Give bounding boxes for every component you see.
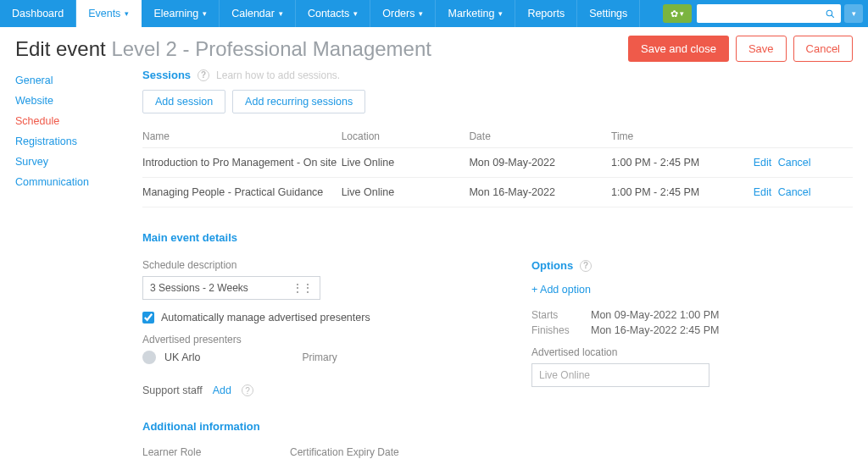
page-header: Edit event Level 2 - Professional Manage… — [0, 27, 868, 65]
nav-calendar[interactable]: Calendar▾ — [220, 0, 296, 27]
presenter-row: UK Arlo Primary — [142, 351, 464, 364]
session-time: 1:00 PM - 2:45 PM — [611, 148, 754, 178]
learner-role-label: Learner Role — [142, 446, 270, 458]
checkbox-label: Automatically manage advertised presente… — [161, 312, 370, 324]
cert-expiry-label: Certification Expiry Date — [290, 446, 417, 458]
advertised-location-label: Advertised location — [531, 346, 853, 358]
nav-settings[interactable]: Settings — [577, 0, 640, 27]
checkbox-input[interactable] — [142, 312, 154, 324]
nav-contacts[interactable]: Contacts▾ — [296, 0, 370, 27]
support-staff-label: Support staff — [142, 384, 203, 396]
table-row: Introduction to Pro Management - On site… — [142, 148, 853, 178]
nav-marketing[interactable]: Marketing▾ — [436, 0, 515, 27]
col-name: Name — [142, 125, 342, 148]
options-heading: Options ? — [531, 259, 853, 272]
session-name: Introduction to Pro Management - On site — [142, 148, 342, 178]
add-option-link[interactable]: + Add option — [531, 284, 591, 296]
sessions-heading: Sessions ? Learn how to add sessions. — [142, 69, 853, 81]
advertised-location-input[interactable]: Live Online — [531, 363, 709, 387]
col-time: Time — [611, 125, 754, 148]
svg-point-0 — [826, 10, 832, 16]
help-icon[interactable]: ? — [198, 69, 209, 81]
edit-session-link[interactable]: Edit — [754, 186, 772, 198]
add-recurring-sessions-button[interactable]: Add recurring sessions — [232, 90, 365, 113]
session-date: Mon 16-May-2022 — [469, 178, 611, 207]
search-input[interactable] — [697, 4, 841, 23]
session-date: Mon 09-May-2022 — [469, 148, 611, 178]
col-date: Date — [469, 125, 611, 148]
add-support-staff-link[interactable]: Add — [213, 384, 231, 396]
side-nav: General Website Schedule Registrations S… — [15, 65, 108, 459]
additional-information-heading: Additional information — [142, 420, 853, 433]
schedule-description-label: Schedule description — [142, 259, 464, 271]
finishes-row: Finishes Mon 16-May-2022 2:45 PM — [531, 324, 853, 336]
sidebar-item-website[interactable]: Website — [15, 91, 108, 111]
schedule-description-input[interactable]: 3 Sessions - 2 Weeks ⋮⋮ — [142, 276, 320, 300]
save-and-close-button[interactable]: Save and close — [628, 36, 729, 62]
nav-reports[interactable]: Reports — [515, 0, 577, 27]
nav-dashboard[interactable]: Dashboard — [0, 0, 76, 27]
starts-row: Starts Mon 09-May-2022 1:00 PM — [531, 309, 853, 321]
edit-session-link[interactable]: Edit — [754, 157, 772, 169]
gear-icon: ✿ — [670, 8, 678, 19]
cancel-session-link[interactable]: Cancel — [778, 186, 811, 198]
search-icon — [825, 8, 836, 19]
presenter-name: UK Arlo — [164, 351, 200, 363]
chevron-down-icon: ▾ — [498, 9, 503, 18]
sessions-table: Name Location Date Time Introduction to … — [142, 125, 853, 207]
chevron-down-icon: ▾ — [125, 9, 129, 18]
presenter-role: Primary — [302, 351, 337, 363]
session-location: Live Online — [342, 148, 470, 178]
advertised-presenters-label: Advertised presenters — [142, 334, 464, 346]
sessions-learn-link[interactable]: Learn how to add sessions. — [216, 69, 340, 81]
save-button[interactable]: Save — [736, 36, 787, 62]
header-actions: Save and close Save Cancel — [628, 36, 853, 62]
auto-manage-presenters-checkbox[interactable]: Automatically manage advertised presente… — [142, 312, 464, 324]
sidebar-item-communication[interactable]: Communication — [15, 172, 108, 192]
help-icon[interactable]: ? — [580, 260, 592, 272]
table-row: Managing People - Practical Guidance Liv… — [142, 178, 853, 207]
avatar-icon — [142, 351, 156, 364]
sidebar-item-schedule[interactable]: Schedule — [15, 111, 108, 131]
nav-orders[interactable]: Orders▾ — [370, 0, 436, 27]
sidebar-item-registrations[interactable]: Registrations — [15, 131, 108, 152]
user-menu[interactable]: ▾ — [844, 4, 863, 23]
gear-menu[interactable]: ✿▾ — [663, 4, 692, 23]
cancel-button[interactable]: Cancel — [793, 36, 853, 62]
chevron-down-icon: ▾ — [680, 9, 684, 18]
nav-events[interactable]: Events▾ — [76, 0, 142, 27]
nav-elearning[interactable]: Elearning▾ — [142, 0, 220, 27]
add-session-button[interactable]: Add session — [142, 90, 225, 113]
svg-line-1 — [832, 14, 834, 17]
top-nav: Dashboard Events▾ Elearning▾ Calendar▾ C… — [0, 0, 868, 27]
main-event-details-heading: Main event details — [142, 231, 853, 244]
cancel-session-link[interactable]: Cancel — [778, 157, 811, 169]
col-location: Location — [342, 125, 470, 148]
chevron-down-icon: ▾ — [353, 9, 358, 18]
help-icon[interactable]: ? — [242, 384, 253, 396]
chevron-down-icon: ▾ — [419, 9, 423, 18]
drag-handle-icon: ⋮⋮ — [292, 282, 313, 294]
page-title: Edit event Level 2 - Professional Manage… — [15, 37, 431, 61]
session-name: Managing People - Practical Guidance — [142, 178, 342, 207]
sidebar-item-survey[interactable]: Survey — [15, 152, 108, 172]
main-content: Sessions ? Learn how to add sessions. Ad… — [142, 65, 853, 459]
chevron-down-icon: ▾ — [279, 9, 283, 18]
chevron-down-icon: ▾ — [852, 9, 856, 18]
chevron-down-icon: ▾ — [203, 9, 207, 18]
sidebar-item-general[interactable]: General — [15, 70, 108, 91]
session-location: Live Online — [342, 178, 470, 207]
session-time: 1:00 PM - 2:45 PM — [611, 178, 754, 207]
